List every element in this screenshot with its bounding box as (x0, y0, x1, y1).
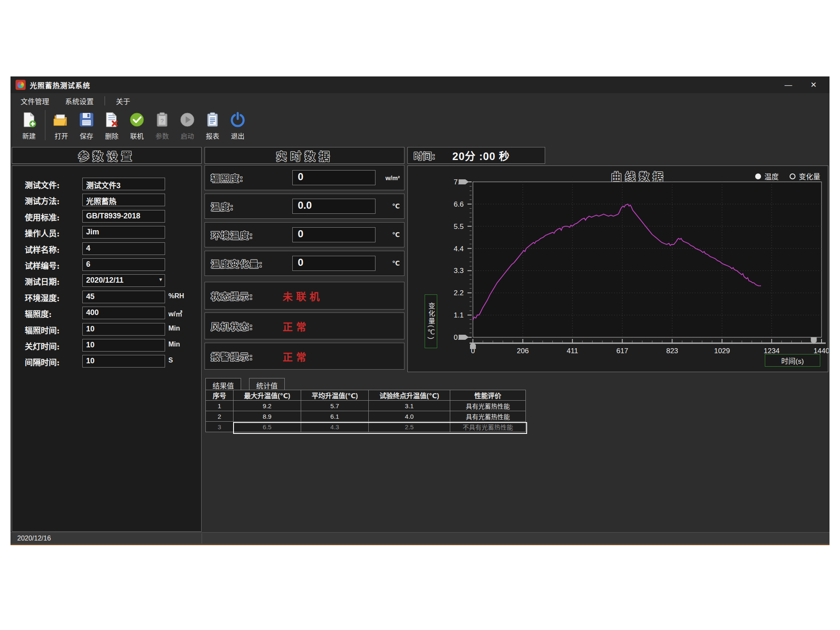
param-unit: S (168, 357, 173, 364)
param-unit: w/㎡ (168, 308, 182, 318)
param-input[interactable]: 45 (82, 291, 165, 303)
param-input[interactable]: GB/T8939-2018 (82, 210, 165, 223)
color-wheel-icon (17, 81, 24, 88)
table-row[interactable]: 28.96.14.0具有光蓄热性能 (206, 411, 526, 422)
param-input[interactable]: 10 (82, 323, 165, 336)
table-cell: 6.5 (234, 422, 301, 432)
connect-button[interactable]: 联机 (124, 108, 150, 144)
close-button[interactable]: ✕ (801, 76, 826, 93)
param-row: 测试文件:测试文件3 (12, 178, 201, 190)
report-clipboard-icon (204, 111, 221, 129)
param-label: 测试日期: (25, 276, 84, 287)
param-row: 试样名称:4 (12, 242, 201, 255)
table-cell: 8.9 (234, 411, 301, 422)
table-row[interactable]: 36.54.32.5不具有光蓄热性能 (206, 422, 526, 432)
param-input[interactable]: 测试文件3 (82, 178, 165, 190)
table-cell: 3.1 (369, 401, 450, 411)
menu-about[interactable]: 关于 (111, 94, 135, 108)
param-unit: %RH (168, 292, 184, 300)
table-cell: 具有光蓄热性能 (450, 401, 526, 411)
param-row: 环境湿度:45%RH (12, 291, 201, 303)
realtime-reading-box: 温度变化量:0℃ (205, 251, 404, 276)
table-cell: 具有光蓄热性能 (450, 411, 526, 422)
tab-result-values[interactable]: 结果值 (205, 378, 241, 391)
param-input[interactable]: 400 (82, 307, 165, 319)
param-input[interactable]: 6 (82, 258, 165, 271)
params-panel-header: 参数设置 (12, 147, 202, 164)
param-row: 测试日期:2020/12/11▾ (12, 274, 201, 287)
table-cell: 9.2 (234, 401, 301, 411)
menu-file-management[interactable]: 文件管理 (16, 94, 54, 108)
param-label: 操作人员: (25, 227, 84, 239)
param-row: 关灯时间:10Min (12, 339, 201, 352)
table-cell: 6.1 (301, 411, 369, 422)
curve-chart-svg[interactable]: 0.01.12.23.34.45.56.67.70206411617823102… (408, 166, 829, 373)
table-column-header: 试验终点升温值(℃) (369, 390, 450, 401)
timer-value: 20分 :00 秒 (452, 148, 510, 163)
tab-statistic-values[interactable]: 统计值 (249, 378, 285, 391)
param-input[interactable]: 4 (82, 242, 165, 255)
status-value: 未联机 (283, 289, 323, 303)
param-row: 操作人员:Jim (12, 226, 201, 239)
status-box: 状态提示:未联机 (205, 282, 404, 310)
minimize-button[interactable]: — (776, 76, 801, 93)
open-button[interactable]: 打开 (49, 108, 74, 144)
param-input[interactable]: 10 (82, 355, 165, 368)
table-cell: 2 (206, 411, 234, 422)
y-axis-label: 变化量(℃) (425, 294, 437, 348)
reading-value: 0 (292, 170, 375, 185)
table-row[interactable]: 19.25.73.1具有光蓄热性能 (206, 401, 526, 411)
svg-text:6.6: 6.6 (454, 200, 464, 208)
exit-button[interactable]: 退出 (225, 108, 250, 144)
table-cell: 1 (206, 401, 234, 411)
param-input[interactable]: Jim (82, 226, 165, 239)
param-input[interactable]: 光照蓄热 (82, 194, 165, 206)
param-input[interactable]: 10 (82, 339, 165, 352)
table-column-header: 最大升温值(℃) (234, 390, 301, 401)
svg-text:1029: 1029 (714, 347, 730, 355)
svg-text:1.1: 1.1 (454, 311, 464, 319)
status-box: 风机状态:正常 (205, 312, 404, 339)
title-bar[interactable]: 光照蓄热测试系统 — ✕ (10, 76, 830, 93)
param-label: 辐照时间: (25, 324, 84, 336)
new-file-button[interactable]: 新建 (16, 108, 42, 144)
chevron-down-icon[interactable]: ▾ (159, 276, 162, 283)
exit-power-icon (229, 111, 247, 129)
timer-label: 时间: (414, 149, 436, 162)
param-label: 间隔时间: (25, 356, 84, 368)
start-button: 启动 (175, 108, 200, 144)
menu-bar: 文件管理 系统设置 关于 (10, 93, 830, 108)
svg-text:411: 411 (567, 347, 578, 355)
table-header-row: 序号最大升温值(℃)平均升温值(℃)试验终点升温值(℃)性能评价 (206, 390, 526, 401)
realtime-reading-box: 温度:0.0℃ (205, 194, 404, 219)
param-label: 辐照度: (25, 308, 84, 319)
param-row: 辐照度:400w/㎡ (12, 307, 201, 319)
status-value: 正常 (283, 319, 310, 333)
app-window: 光照蓄热测试系统 — ✕ 文件管理 系统设置 关于 新建 打开 保存 (10, 76, 830, 545)
reading-value: 0.0 (292, 199, 375, 214)
params-button: ? 参数 (150, 108, 175, 144)
timer-header: 时间: 20分 :00 秒 (407, 147, 545, 164)
open-folder-icon (52, 111, 70, 129)
report-button[interactable]: 报表 (200, 108, 225, 144)
param-row: 测试方法:光照蓄热 (12, 194, 201, 206)
table-cell: 5.7 (301, 401, 369, 411)
table-cell: 不具有光蓄热性能 (450, 422, 526, 432)
status-separator (202, 533, 202, 543)
status-bar: 2020/12/16 (10, 532, 830, 544)
param-label: 试样编号: (25, 260, 84, 271)
realtime-panel-title: 实时数据 (276, 148, 333, 163)
toolbar-separator (45, 110, 45, 140)
results-table-body: 序号最大升温值(℃)平均升温值(℃)试验终点升温值(℃)性能评价19.25.73… (206, 390, 526, 432)
reading-unit: ℃ (392, 202, 400, 210)
param-date-select[interactable]: 2020/12/11▾ (82, 274, 165, 287)
svg-text:823: 823 (666, 347, 678, 355)
save-button[interactable]: 保存 (74, 108, 99, 144)
svg-text:3.3: 3.3 (454, 267, 464, 275)
table-cell: 3 (206, 422, 234, 432)
param-label: 关灯时间: (25, 340, 84, 352)
svg-text:206: 206 (517, 347, 529, 355)
menu-system-settings[interactable]: 系统设置 (60, 94, 99, 108)
delete-button[interactable]: 删除 (99, 108, 124, 144)
x-axis-label: 时间(s) (765, 354, 820, 367)
